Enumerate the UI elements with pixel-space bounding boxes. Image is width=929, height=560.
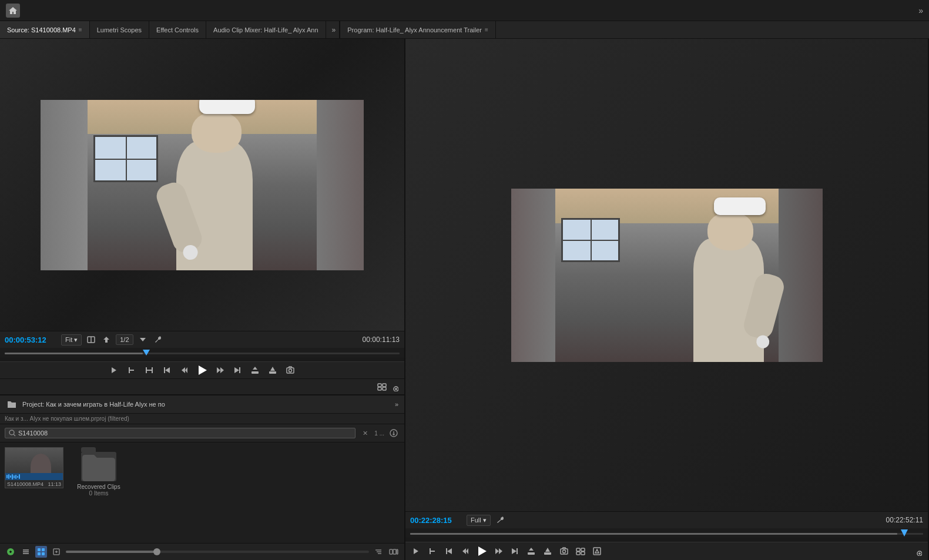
- source-overwrite-btn[interactable]: [267, 364, 279, 376]
- source-scrubber-track[interactable]: [5, 353, 400, 354]
- source-video-area[interactable]: [0, 39, 404, 331]
- source-overwrite-icon[interactable]: [100, 334, 112, 346]
- folder-icon: [81, 452, 116, 481]
- search-clear-btn[interactable]: ✕: [359, 427, 371, 439]
- project-new-bin-btn[interactable]: [5, 546, 16, 558]
- svg-rect-26: [378, 387, 381, 390]
- scene-person-body: [176, 141, 253, 270]
- home-button[interactable]: [6, 4, 20, 18]
- svg-rect-53: [393, 549, 396, 554]
- svg-rect-74: [581, 548, 585, 551]
- program-playhead: [901, 529, 908, 536]
- right-panel: 00:22:28:15 Full ▾ 00:22:52:11: [405, 39, 929, 560]
- project-storyboard-btn[interactable]: [388, 546, 400, 558]
- tab-source-label: Source: S1410008.MP4: [7, 26, 76, 33]
- program-send-btn[interactable]: [591, 545, 603, 557]
- folder-name-label: Recovered Clips: [77, 484, 120, 490]
- program-play-btn[interactable]: [476, 545, 488, 557]
- top-bar: »: [0, 0, 929, 21]
- project-search-settings-btn[interactable]: [388, 427, 400, 439]
- scene-arm: [153, 179, 205, 256]
- program-controls-bar: 00:22:28:15 Full ▾ 00:22:52:11: [405, 511, 928, 528]
- source-dropdown-icon[interactable]: [137, 334, 149, 346]
- scene-hand-device: [181, 243, 200, 261]
- source-camera-btn[interactable]: [284, 364, 296, 376]
- program-mark-out-btn[interactable]: [427, 545, 438, 557]
- svg-marker-55: [414, 548, 418, 554]
- program-overwrite-btn[interactable]: [542, 545, 554, 557]
- program-mark-in-btn[interactable]: [410, 545, 422, 557]
- svg-marker-66: [512, 548, 517, 554]
- tab-audio-mixer[interactable]: Audio Clip Mixer: Half-Life_ Alyx Ann: [206, 21, 326, 38]
- source-step-fwd-btn[interactable]: [214, 364, 226, 376]
- source-mark-clip-btn[interactable]: [143, 364, 155, 376]
- program-scene-window: [561, 218, 620, 262]
- source-frame-icon[interactable]: [85, 334, 97, 346]
- svg-point-72: [563, 550, 566, 553]
- project-new-item-btn[interactable]: [51, 546, 62, 558]
- source-add-to-timeline-btn[interactable]: [388, 381, 400, 393]
- program-scrubber-track[interactable]: [410, 533, 923, 535]
- source-mark-out-btn[interactable]: [126, 364, 137, 376]
- tab-program[interactable]: Program: Half-Life_ Alyx Announcement Tr…: [339, 21, 496, 38]
- project-search-input[interactable]: [18, 430, 65, 437]
- program-scrubber-area[interactable]: [405, 528, 928, 538]
- program-vr-headset: [714, 197, 766, 215]
- project-title: Project: Как и зачем играть в Half-Life …: [22, 401, 165, 408]
- svg-point-31: [9, 430, 14, 435]
- recovered-clips-folder[interactable]: Recovered Clips 0 Items: [69, 447, 128, 501]
- svg-rect-75: [576, 552, 580, 555]
- scene-person-head: [192, 112, 242, 153]
- media-thumb-image: [5, 448, 63, 480]
- scene-wall-right: [317, 100, 364, 270]
- search-input-wrap: [5, 428, 355, 438]
- media-thumb-s1410008[interactable]: S1410008.MP4 11:13: [5, 447, 63, 488]
- source-tab-menu-icon[interactable]: ≡: [79, 26, 82, 33]
- source-mark-in-btn[interactable]: [108, 364, 120, 376]
- program-wrench-btn[interactable]: [494, 514, 506, 526]
- tab-effect-controls[interactable]: Effect Controls: [149, 21, 206, 38]
- program-trim-btn[interactable]: [575, 545, 586, 557]
- source-play-btn[interactable]: [196, 364, 208, 376]
- media-thumb-preview: [5, 448, 63, 480]
- project-list-view-btn[interactable]: [20, 546, 32, 558]
- tab-source[interactable]: Source: S1410008.MP4 ≡: [0, 21, 90, 38]
- svg-rect-76: [581, 552, 585, 555]
- source-scrubber-area[interactable]: [0, 348, 404, 357]
- program-goto-in-btn[interactable]: [443, 545, 455, 557]
- program-monitor: 00:22:28:15 Full ▾ 00:22:52:11: [405, 39, 928, 560]
- source-insert-btn[interactable]: [249, 364, 261, 376]
- project-zoom-slider[interactable]: [66, 551, 369, 553]
- folder-svg: [81, 452, 116, 481]
- project-expand-btn[interactable]: »: [395, 401, 398, 408]
- program-fit-dropdown[interactable]: Full ▾: [467, 515, 491, 526]
- source-goto-in-btn[interactable]: [161, 364, 173, 376]
- source-extra-bar: [0, 378, 404, 394]
- program-video-area[interactable]: [405, 39, 928, 511]
- top-bar-expand[interactable]: »: [918, 6, 923, 15]
- program-step-back-btn[interactable]: [460, 545, 471, 557]
- tab-effect-label: Effect Controls: [156, 26, 199, 33]
- program-add-marker-btn[interactable]: [911, 545, 923, 557]
- panel-tabs-expand-icon[interactable]: »: [328, 26, 340, 34]
- program-person-body: [693, 239, 764, 362]
- project-sort-btn[interactable]: [373, 546, 384, 558]
- program-scene-bg: [511, 189, 823, 362]
- source-multi-camera-btn[interactable]: [376, 381, 388, 393]
- program-goto-out-btn[interactable]: [509, 545, 521, 557]
- program-tab-menu-icon[interactable]: ≡: [485, 26, 488, 33]
- source-wrench-icon[interactable]: [152, 334, 164, 346]
- program-ruler: [405, 538, 928, 542]
- program-insert-btn[interactable]: [525, 545, 537, 557]
- source-step-back-btn[interactable]: [179, 364, 190, 376]
- program-step-fwd-btn[interactable]: [492, 545, 504, 557]
- source-fit-dropdown[interactable]: Fit ▾: [61, 334, 82, 346]
- tab-lumetri[interactable]: Lumetri Scopes: [90, 21, 149, 38]
- media-name: S1410008.MP4: [7, 481, 43, 487]
- program-transport-bar: [405, 542, 928, 560]
- source-goto-out-btn[interactable]: [232, 364, 243, 376]
- program-camera-btn[interactable]: [558, 545, 570, 557]
- svg-marker-70: [545, 548, 550, 552]
- svg-rect-18: [251, 371, 259, 374]
- project-icon-view-btn[interactable]: [35, 546, 47, 558]
